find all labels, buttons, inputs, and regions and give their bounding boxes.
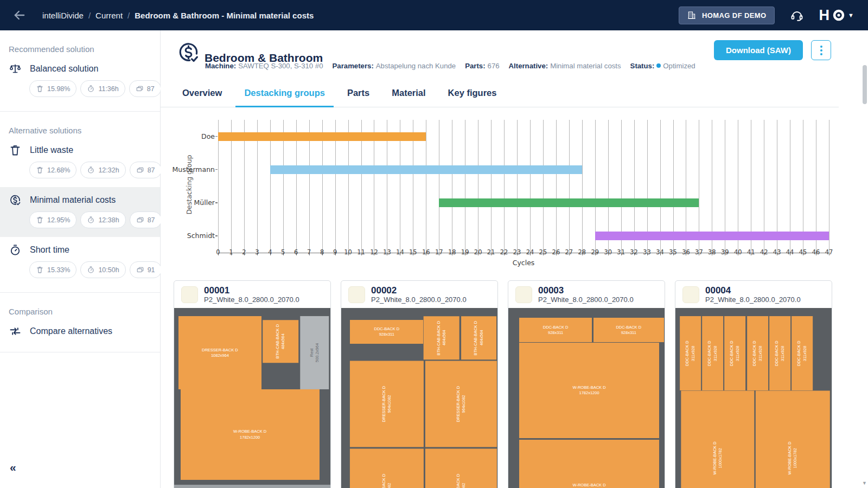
gridline	[439, 120, 439, 253]
top-navbar: intelliDivide/Current/Bedroom & Bathroom…	[0, 0, 868, 30]
sidebar-item-short-time[interactable]: Short time15.33%10:50h91	[0, 237, 160, 287]
panel-piece: DRESSER-BACK D964x1082	[425, 448, 497, 488]
x-tick-label: 40	[731, 248, 744, 256]
gantt-bar-schmidt[interactable]	[595, 232, 829, 240]
panel-piece: DRESSER-BACK D964x1082	[425, 361, 497, 447]
gridline	[543, 120, 544, 253]
boards-icon	[136, 85, 144, 93]
stat-badge-value: 15.33%	[47, 266, 70, 274]
stat-badge-value: 91	[148, 266, 155, 274]
pattern-id: 00003	[538, 285, 634, 296]
tab-material[interactable]: Material	[391, 83, 426, 107]
cutting-diagram: DDC-BACK D311x928DDC-BACK D311x928DDC-BA…	[675, 308, 832, 488]
cutting-pattern-card-00003[interactable]: 00003P2_White_8.0_2800.0_2070.0DDC-BACK …	[508, 280, 665, 488]
breadcrumb-item-current[interactable]: Current	[95, 11, 123, 20]
panel-piece: DRESSER-BACK D1082x964	[178, 316, 261, 389]
x-tick-label: 0	[212, 248, 225, 256]
divider	[0, 292, 160, 293]
sidebar-item-label: Balanced solution	[30, 64, 98, 74]
x-tick-label: 4	[264, 248, 277, 256]
vertical-scrollbar[interactable]	[863, 64, 867, 477]
panel-piece: DDC-BACK D311x928	[702, 316, 723, 390]
tab-key-figures[interactable]: Key figures	[447, 83, 498, 107]
panel-piece: BTH-CAB-BACK D484x564	[263, 320, 298, 363]
stat-badge-value: 87	[148, 166, 155, 174]
material-swatch	[348, 286, 365, 303]
stat-badge: 11:36h	[80, 80, 125, 97]
stat-badge-value: 15.98%	[47, 85, 70, 93]
card-header: 00003P2_White_8.0_2800.0_2070.0	[508, 281, 665, 308]
cutting-pattern-card-00001[interactable]: 00001P2_White_8.0_2800.0_2070.0DRESSER-B…	[174, 280, 331, 488]
sidebar-item-minimal-material-costs[interactable]: Minimal material costs12.95%12:38h87	[0, 187, 160, 237]
x-tick-label: 20	[471, 248, 484, 256]
rest-piece	[174, 485, 330, 488]
status-dot	[656, 63, 661, 68]
cutting-pattern-card-00002[interactable]: 00002P2_White_8.0_2800.0_2070.0DDC-BACK …	[341, 280, 498, 488]
back-arrow-icon[interactable]	[12, 8, 27, 23]
collapse-sidebar-button[interactable]: «	[10, 461, 16, 474]
stat-badge: 12.95%	[29, 211, 76, 228]
x-tick-label: 18	[445, 248, 458, 256]
account-menu[interactable]: H ▼	[819, 8, 854, 23]
cutting-pattern-cards: 00001P2_White_8.0_2800.0_2070.0DRESSER-B…	[174, 280, 832, 488]
tab-parts[interactable]: Parts	[346, 83, 371, 107]
category-label-doe: Doe	[155, 132, 215, 140]
panel-piece: W-ROBE-BACK D1782x1200	[181, 389, 320, 480]
x-tick-label: 26	[550, 248, 563, 256]
time-icon	[87, 166, 95, 174]
category-tick	[215, 235, 218, 236]
x-tick-label: 41	[744, 248, 757, 256]
x-tick-label: 34	[654, 248, 667, 256]
tab-overview[interactable]: Overview	[181, 83, 223, 107]
download-saw-button[interactable]: Download (SAW)	[714, 40, 803, 60]
more-actions-button[interactable]	[811, 40, 831, 60]
stat-badge: 12.68%	[29, 162, 76, 178]
gantt-bar-m-ller[interactable]	[439, 198, 699, 207]
scrollbar-down-arrow[interactable]: ▼	[862, 480, 867, 486]
stat-badge: 15.33%	[29, 261, 76, 278]
x-tick-label: 5	[277, 248, 290, 256]
card-header: 00004P2_White_8.0_2800.0_2070.0	[675, 281, 832, 308]
stat-badge-value: 87	[147, 85, 155, 93]
waste-icon	[36, 166, 44, 174]
sidebar-item-balanced-solution[interactable]: Balanced solution15.98%11:36h87	[0, 56, 160, 106]
category-tick	[215, 202, 218, 203]
gantt-bar-doe[interactable]	[218, 132, 426, 141]
x-tick-label: 39	[718, 248, 731, 256]
x-tick-label: 16	[419, 248, 432, 256]
y-axis-label: Destacking group	[185, 142, 193, 228]
x-tick-label: 14	[393, 248, 406, 256]
sidebar-item-label: Little waste	[30, 145, 73, 155]
section-title-alternative-solutions: Alternative solutions	[9, 126, 151, 135]
stat-badge: 12:38h	[80, 211, 125, 228]
organization-button[interactable]: HOMAG DF DEMO	[679, 7, 775, 24]
breadcrumb-item-intellidivide[interactable]: intelliDivide	[42, 11, 84, 20]
pattern-id: 00004	[705, 285, 801, 296]
x-tick-label: 9	[329, 248, 342, 256]
category-label-mustermann: Mustermann	[155, 165, 215, 174]
x-tick-label: 30	[602, 248, 615, 256]
boards-icon	[136, 216, 144, 224]
stat-badge: 10:50h	[80, 261, 125, 278]
tab-destacking-groups[interactable]: Destacking groups	[243, 83, 326, 107]
meta-alternative: Alternative:Minimal material costs	[509, 62, 621, 70]
cutting-pattern-card-00004[interactable]: 00004P2_White_8.0_2800.0_2070.0DDC-BACK …	[675, 280, 832, 488]
stat-badge-value: 12.95%	[47, 216, 70, 224]
meta-parameters: Parameters:Abstapelung nach Kunde	[333, 62, 456, 70]
x-tick-label: 33	[641, 248, 654, 256]
x-tick-label: 6	[290, 248, 303, 256]
job-meta: Machine:SAWTEQ S-300, S-310 #0Parameters…	[205, 62, 695, 70]
pattern-material: P2_White_8.0_2800.0_2070.0	[371, 296, 467, 304]
sidebar-item-compare-alternatives[interactable]: Compare alternatives	[0, 318, 160, 346]
support-headset-icon[interactable]	[790, 8, 804, 22]
stat-badge: 87	[130, 211, 162, 228]
gridline	[556, 120, 557, 253]
gantt-bar-mustermann[interactable]	[270, 165, 582, 174]
sidebar-item-little-waste[interactable]: Little waste12.68%12:32h87	[0, 137, 160, 187]
category-tick	[215, 169, 218, 170]
sidebar-item-label: Short time	[30, 245, 69, 255]
scrollbar-thumb[interactable]	[863, 65, 867, 104]
x-tick-label: 22	[497, 248, 510, 256]
gridline	[465, 120, 465, 253]
card-header: 00001P2_White_8.0_2800.0_2070.0	[174, 281, 330, 308]
